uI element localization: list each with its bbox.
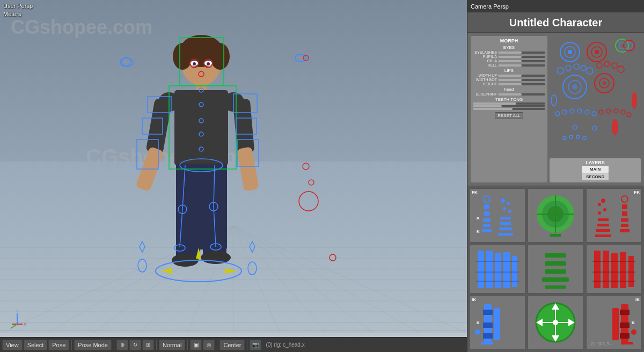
svg-point-121	[606, 109, 611, 113]
svg-point-71	[299, 192, 318, 211]
svg-point-163	[598, 211, 601, 215]
toolbar-divider-6	[247, 340, 247, 350]
blueprint-slider[interactable]	[498, 93, 545, 96]
fk-right-arm-panel[interactable]: FK	[586, 188, 642, 243]
svg-rect-147	[498, 233, 513, 236]
svg-rect-209	[620, 333, 630, 339]
ik-left-panel[interactable]: IK K	[470, 296, 525, 350]
bottom-panels: FK K K	[467, 186, 644, 352]
viewport-mode: User Persp	[3, 2, 33, 10]
svg-rect-177	[545, 261, 566, 266]
view-button[interactable]: View	[2, 340, 23, 350]
normal-button[interactable]: Normal	[159, 340, 185, 350]
camera-viewport-label: Camera Persp	[471, 3, 509, 10]
svg-rect-178	[545, 269, 566, 274]
right-hand-panel[interactable]	[586, 245, 642, 294]
ik-right-panel[interactable]: IK K (0) rig: c_h...	[586, 296, 642, 350]
body-control-panel[interactable]	[528, 188, 583, 243]
eyelashes-label: EYELASHES	[473, 50, 497, 54]
svg-rect-170	[495, 253, 501, 288]
teeth-slider-2[interactable]	[473, 105, 545, 107]
select-button[interactable]: Select	[24, 340, 48, 350]
svg-rect-169	[486, 251, 493, 288]
svg-marker-75	[250, 241, 255, 252]
main-layer-button[interactable]: MAIN	[582, 166, 609, 173]
viewport-units: Meters	[3, 10, 33, 18]
scale-icon[interactable]: ⊞	[142, 340, 154, 350]
svg-point-102	[597, 63, 602, 68]
svg-point-114	[555, 112, 560, 116]
layers-title: LAYERS	[551, 160, 639, 165]
svg-rect-145	[500, 222, 511, 225]
svg-point-111	[603, 82, 606, 85]
fk-left-arm-panel[interactable]: FK K K	[470, 188, 525, 243]
overlay-icon[interactable]: ◎	[203, 340, 215, 350]
axis-indicator: Z X	[6, 308, 28, 332]
svg-point-132	[484, 196, 490, 202]
svg-rect-33	[146, 98, 172, 154]
svg-point-118	[585, 110, 589, 114]
svg-text:K: K	[477, 229, 480, 234]
toolbar-divider-1	[71, 340, 72, 350]
svg-rect-164	[598, 218, 609, 221]
svg-point-99	[574, 64, 579, 69]
width-up-slider[interactable]	[498, 75, 545, 77]
center-body-panel[interactable]	[528, 245, 583, 294]
svg-rect-146	[499, 228, 512, 230]
reset-all-button[interactable]: RESET ALL	[495, 112, 523, 119]
character-name: Untitled Character	[509, 17, 602, 28]
svg-rect-159	[620, 229, 630, 232]
width-bot-label: WIDTH BOT	[473, 78, 497, 82]
pose-mode-button[interactable]: Pose Mode	[74, 340, 112, 350]
svg-rect-185	[628, 256, 634, 287]
width-bot-slider[interactable]	[498, 79, 545, 81]
svg-rect-207	[620, 310, 630, 315]
fk-left-label: FK	[472, 190, 478, 195]
rbla-slider[interactable]	[498, 60, 545, 62]
svg-rect-153	[550, 234, 561, 237]
center-button[interactable]: Center	[219, 340, 245, 350]
morph-panel: MORPH EYES EYELASHES PUPIL A RBLA RELL	[471, 36, 547, 182]
svg-rect-208	[620, 322, 630, 328]
pupil-slider[interactable]	[498, 56, 545, 58]
morph-title: MORPH	[473, 38, 545, 43]
svg-rect-134	[484, 211, 489, 216]
svg-point-72	[330, 254, 336, 261]
toolbar-divider-3	[156, 340, 157, 350]
eyelashes-slider[interactable]	[498, 52, 545, 54]
width-up-row: WIDTH UP	[473, 74, 545, 77]
shading-icon[interactable]: ▣	[190, 340, 202, 350]
svg-rect-193	[483, 333, 493, 339]
width-bot-row: WIDTH BOT	[473, 78, 545, 82]
svg-rect-135	[483, 218, 491, 222]
svg-rect-144	[500, 217, 511, 219]
teeth-slider-3[interactable]	[473, 108, 545, 110]
svg-rect-30	[174, 90, 228, 165]
rell-slider[interactable]	[498, 64, 545, 67]
svg-point-115	[562, 110, 567, 114]
svg-text:K: K	[477, 216, 480, 221]
second-layer-button[interactable]: SECOND	[582, 173, 609, 180]
svg-rect-180	[545, 285, 566, 289]
svg-rect-184	[620, 252, 626, 288]
toolbar-divider-2	[114, 340, 114, 350]
rotate-icon[interactable]: ↻	[129, 340, 141, 350]
svg-rect-138	[482, 229, 492, 232]
left-hand-panel[interactable]	[470, 245, 525, 294]
ik-center-panel[interactable]	[528, 296, 583, 350]
svg-point-23	[173, 43, 192, 70]
left-viewport[interactable]: User Persp Meters CGshopee.com CGshopee.…	[0, 0, 467, 352]
svg-point-117	[577, 109, 582, 113]
svg-point-141	[507, 202, 510, 205]
teeth-slider-1[interactable]	[473, 102, 545, 105]
pose-button[interactable]: Pose	[48, 340, 69, 350]
svg-point-162	[603, 208, 606, 211]
camera-icon[interactable]: 📷	[250, 340, 261, 350]
svg-marker-69	[161, 268, 172, 274]
svg-text:Z: Z	[16, 309, 19, 313]
svg-point-124	[627, 113, 631, 117]
height-slider[interactable]	[498, 83, 545, 85]
svg-rect-212	[621, 342, 633, 344]
svg-point-142	[503, 207, 506, 210]
transform-icon[interactable]: ⊕	[116, 340, 128, 350]
